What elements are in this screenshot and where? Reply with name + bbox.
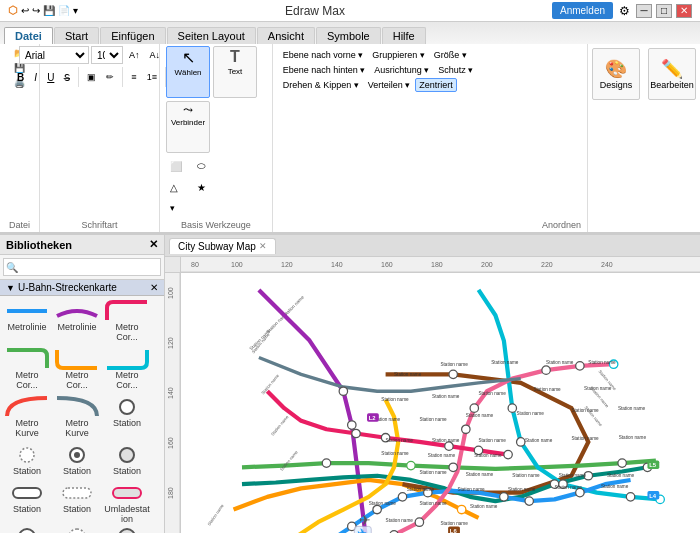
svg-text:Station name: Station name: [601, 484, 629, 489]
tab-hilfe[interactable]: Hilfe: [382, 27, 426, 44]
tab-symbole[interactable]: Symbole: [316, 27, 381, 44]
sidebar-search-input[interactable]: [3, 258, 161, 276]
bullet-btn[interactable]: ≡: [127, 70, 140, 84]
sidebar-item-station4[interactable]: Station: [104, 444, 150, 476]
sidebar-close-icon[interactable]: ✕: [149, 238, 158, 251]
text-btn[interactable]: T Text: [213, 46, 257, 98]
quick-access-save[interactable]: 💾: [43, 5, 55, 16]
svg-text:Station name: Station name: [546, 360, 574, 365]
bold-btn[interactable]: B: [13, 70, 28, 85]
sidebar-item-metrolinie1[interactable]: Metrolinie: [4, 300, 50, 342]
quick-access-redo[interactable]: ↪: [32, 5, 40, 16]
sidebar-item-metro-cor1[interactable]: Metro Cor...: [104, 300, 150, 342]
schutz-btn[interactable]: Schutz ▾: [434, 63, 477, 77]
tab-ansicht[interactable]: Ansicht: [257, 27, 315, 44]
ausrichtung-btn[interactable]: Ausrichtung ▾: [370, 63, 433, 77]
sidebar-section-close[interactable]: ✕: [150, 282, 158, 293]
verbinder-btn[interactable]: ⤳ Verbinder: [166, 101, 210, 153]
line-color-btn[interactable]: ✏: [102, 70, 118, 84]
svg-point-42: [504, 450, 512, 458]
strikethrough-btn[interactable]: S̶: [60, 70, 74, 85]
svg-text:Station name: Station name: [270, 414, 290, 437]
drehen-btn[interactable]: Drehen & Kippen ▾: [279, 78, 363, 92]
svg-point-41: [449, 370, 457, 378]
sidebar-item-metrolinie2[interactable]: Metrolinie: [54, 300, 100, 342]
sidebar-item-station5[interactable]: Station: [4, 482, 50, 524]
verteilen-btn[interactable]: Verteilen ▾: [364, 78, 415, 92]
sidebar-item-metro-kurve2[interactable]: Metro Kurve: [54, 396, 100, 438]
sidebar-item-station2[interactable]: Station: [4, 444, 50, 476]
shape-more[interactable]: ▾: [166, 198, 192, 218]
svg-text:180: 180: [431, 261, 443, 268]
svg-text:Station name: Station name: [533, 387, 561, 392]
svg-point-35: [445, 442, 453, 450]
shape-ellipse[interactable]: ⬭: [193, 156, 219, 176]
canvas-tab-close-icon[interactable]: ✕: [259, 241, 267, 251]
tab-seiten-layout[interactable]: Seiten Layout: [167, 27, 256, 44]
shape-star[interactable]: ★: [193, 177, 219, 197]
gruppieren-btn[interactable]: Gruppieren ▾: [368, 48, 429, 62]
settings-button[interactable]: ⚙: [619, 4, 630, 18]
svg-rect-7: [63, 488, 91, 498]
tab-start[interactable]: Start: [54, 27, 99, 44]
num-list-btn[interactable]: 1≡: [143, 70, 161, 84]
maximize-button[interactable]: □: [656, 4, 672, 18]
bearbeiten-btn[interactable]: ✏️ Bearbeiten: [648, 48, 696, 100]
close-button[interactable]: ✕: [676, 4, 692, 18]
tab-einfuegen[interactable]: Einfügen: [100, 27, 165, 44]
anmelden-button[interactable]: Anmelden: [552, 2, 613, 19]
quick-access-icon[interactable]: ↩: [21, 5, 29, 16]
quick-access-new[interactable]: 📄: [58, 5, 70, 16]
tab-datei[interactable]: Datei: [4, 27, 53, 44]
svg-rect-8: [113, 488, 141, 498]
svg-text:Station name: Station name: [419, 470, 447, 475]
canvas-with-rulers: 80 100 120 140 160 180 200 220 240: [165, 257, 700, 533]
svg-text:120: 120: [281, 261, 293, 268]
svg-text:L5: L5: [649, 462, 657, 468]
svg-point-46: [339, 387, 347, 395]
station4-icon: [105, 444, 149, 466]
fill-color-btn[interactable]: ▣: [83, 70, 100, 84]
zentriert-btn[interactable]: Zentriert: [415, 78, 457, 92]
svg-text:Station name: Station name: [474, 453, 502, 458]
sidebar-item-metro-cor3[interactable]: Metro Cor...: [54, 348, 100, 390]
designs-btn[interactable]: 🎨 Designs: [592, 48, 640, 100]
ruler-corner: [165, 257, 181, 273]
sidebar-item-metro-cor2[interactable]: Metro Cor...: [4, 348, 50, 390]
minimize-button[interactable]: ─: [636, 4, 652, 18]
sidebar-item-umlade1[interactable]: Station: [54, 482, 100, 524]
font-family-select[interactable]: Arial: [19, 46, 89, 64]
sidebar-item-metro-kurve1[interactable]: Metro Kurve: [4, 396, 50, 438]
svg-text:L2: L2: [369, 415, 377, 421]
svg-text:Station name: Station name: [479, 391, 507, 396]
station1-icon: [105, 396, 149, 418]
canvas-wrapper[interactable]: Station name Station name Station name: [181, 273, 700, 533]
sidebar-item-station3[interactable]: Station: [54, 444, 100, 476]
ribbon: Datei Start Einfügen Seiten Layout Ansic…: [0, 22, 700, 235]
metro-cor4-icon: [105, 348, 149, 370]
ebene-vorne-btn[interactable]: Ebene nach vorne ▾: [279, 48, 368, 62]
canvas-svg: Station name Station name Station name: [181, 273, 700, 533]
sidebar-item-metro-cor4[interactable]: Metro Cor...: [104, 348, 150, 390]
svg-text:Station name: Station name: [508, 487, 536, 492]
groesse-btn[interactable]: Größe ▾: [430, 48, 471, 62]
italic-btn[interactable]: I: [30, 70, 41, 85]
sidebar-item-station1[interactable]: Station: [104, 396, 150, 438]
svg-point-62: [470, 404, 478, 412]
shape-rect[interactable]: ⬜: [166, 156, 192, 176]
sidebar-item-umlade2[interactable]: Umladestation: [104, 482, 150, 524]
underline-btn[interactable]: U: [43, 70, 58, 85]
canvas-tabs: City Subway Map ✕: [165, 235, 700, 257]
svg-text:L6: L6: [450, 528, 458, 533]
svg-point-64: [576, 362, 584, 370]
shape-triangle[interactable]: △: [166, 177, 192, 197]
ebene-hinten-btn[interactable]: Ebene nach hinten ▾: [279, 63, 370, 77]
waehlen-btn[interactable]: ↖ Wählen: [166, 46, 210, 98]
font-grow-btn[interactable]: A↑: [125, 48, 144, 62]
sidebar: Bibliotheken ✕ ▼ U-Bahn-Streckenkarte ✕ …: [0, 235, 165, 533]
canvas-tab-city-subway[interactable]: City Subway Map ✕: [169, 238, 276, 254]
svg-text:100: 100: [231, 261, 243, 268]
svg-text:Station name: Station name: [517, 411, 545, 416]
font-size-select[interactable]: 10: [91, 46, 123, 64]
sidebar-section[interactable]: ▼ U-Bahn-Streckenkarte ✕: [0, 280, 164, 296]
